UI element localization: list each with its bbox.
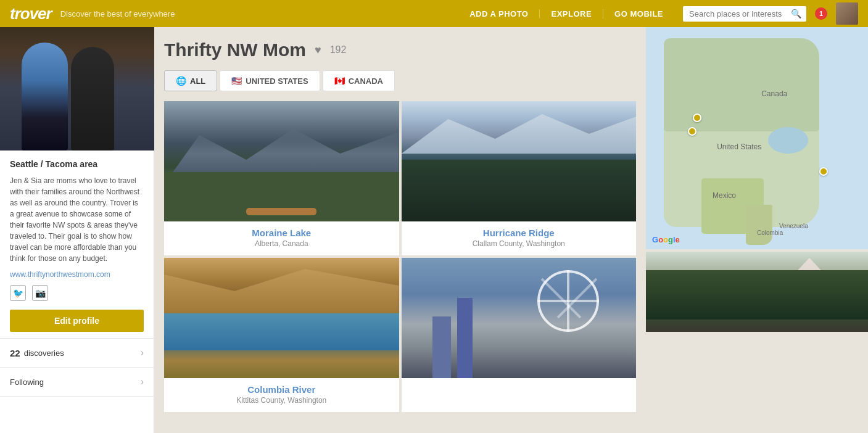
logo[interactable]: trover <box>10 4 52 23</box>
photo-subtitle-columbia-river: Kittitas County, Washington <box>172 396 392 405</box>
photo-info-moraine-lake: Moraine Lake Alberta, Canada <box>164 221 399 255</box>
photo-title-columbia-river: Columbia River <box>172 384 392 395</box>
photo-info-ferris-wheel <box>402 378 637 393</box>
search-input[interactable] <box>683 6 806 22</box>
tab-canada-flag: 🇨🇦 <box>334 76 345 86</box>
map-pin-1 <box>693 113 701 122</box>
map-bg <box>646 27 868 249</box>
photo-title-hurricane-ridge: Hurricane Ridge <box>409 228 629 238</box>
photo-img-hurricane-ridge <box>402 101 637 221</box>
header-tagline: Discover the best of everywhere <box>60 9 450 19</box>
nav-explore[interactable]: EXPLORE <box>539 9 603 19</box>
tab-all-flag: 🌐 <box>176 76 186 86</box>
discoveries-label: discoveries <box>24 348 64 358</box>
photo-info-columbia-river: Columbia River Kittitas County, Washingt… <box>164 378 399 412</box>
instagram-icon[interactable]: 📷 <box>32 285 48 301</box>
tabs: 🌐 ALL 🇺🇸 UNITED STATES 🇨🇦 CANADA <box>164 70 636 91</box>
discoveries-count: 22 <box>10 348 20 358</box>
header-search-wrap: 🔍 <box>683 6 806 22</box>
photo-card-columbia-river[interactable]: Columbia River Kittitas County, Washingt… <box>164 258 399 412</box>
profile-header: Thrifty NW Mom ♥ 192 <box>164 39 636 60</box>
twitter-icon[interactable]: 🐦 <box>10 285 26 301</box>
photo-card-moraine-lake[interactable]: Moraine Lake Alberta, Canada <box>164 101 399 255</box>
photo-img-moraine-lake <box>164 101 399 221</box>
thumbnail-bottom[interactable] <box>646 252 868 332</box>
notification-badge[interactable]: 1 <box>815 7 827 20</box>
header-avatar[interactable] <box>836 2 858 25</box>
edit-profile-button[interactable]: Edit profile <box>10 310 144 332</box>
google-logo: Google <box>652 235 680 244</box>
content: Thrifty NW Mom ♥ 192 🌐 ALL 🇺🇸 UNITED STA… <box>154 27 646 433</box>
discoveries-arrow: › <box>141 347 144 358</box>
photo-card-hurricane-ridge[interactable]: Hurricane Ridge Clallam County, Washingt… <box>402 101 637 255</box>
sidebar-stats: 22 discoveries › Following › <box>0 338 154 397</box>
sidebar-website[interactable]: www.thriftynorthwestmom.com <box>10 270 144 279</box>
main-layout: Seattle / Tacoma area Jen & Sia are moms… <box>0 27 868 433</box>
search-icon: 🔍 <box>791 9 801 19</box>
photo-grid: Moraine Lake Alberta, Canada Hurricane R… <box>164 101 636 412</box>
profile-name: Thrifty NW Mom <box>164 39 306 60</box>
header-nav: ADD A PHOTO EXPLORE GO MOBILE <box>458 9 674 19</box>
following-arrow: › <box>141 376 144 387</box>
map-pin-3 <box>819 167 828 176</box>
map-container[interactable]: Canada United States Mexico Venezuela Co… <box>646 27 868 249</box>
sidebar-bio: Jen & Sia are moms who love to travel wi… <box>10 175 144 264</box>
tab-us-label: UNITED STATES <box>246 76 308 86</box>
sidebar: Seattle / Tacoma area Jen & Sia are moms… <box>0 27 154 433</box>
right-panel: Canada United States Mexico Venezuela Co… <box>646 27 868 433</box>
profile-photo <box>0 27 154 151</box>
photo-card-ferris-wheel[interactable] <box>402 258 637 412</box>
sidebar-social: 🐦 📷 <box>10 285 144 301</box>
following-stat[interactable]: Following › <box>0 368 154 397</box>
following-label: Following <box>10 377 44 387</box>
photo-subtitle-hurricane-ridge: Clallam County, Washington <box>409 239 629 248</box>
tab-united-states[interactable]: 🇺🇸 UNITED STATES <box>220 70 320 91</box>
photo-subtitle-moraine-lake: Alberta, Canada <box>172 239 392 248</box>
header: trover Discover the best of everywhere A… <box>0 0 868 27</box>
discoveries-stat[interactable]: 22 discoveries › <box>0 339 154 368</box>
sidebar-location: Seattle / Tacoma area <box>10 159 144 169</box>
tab-canada-label: CANADA <box>349 76 383 86</box>
tab-us-flag: 🇺🇸 <box>231 76 242 86</box>
nav-go-mobile[interactable]: GO MOBILE <box>603 9 674 19</box>
photo-img-ferris-wheel <box>402 258 637 378</box>
sidebar-info: Seattle / Tacoma area Jen & Sia are moms… <box>0 151 154 338</box>
photo-img-columbia-river <box>164 258 399 378</box>
tab-all-label: ALL <box>190 76 205 86</box>
heart-icon: ♥ <box>315 44 321 57</box>
photo-info-hurricane-ridge: Hurricane Ridge Clallam County, Washingt… <box>402 221 637 255</box>
photo-title-moraine-lake: Moraine Lake <box>172 228 392 238</box>
heart-count: 192 <box>330 44 347 56</box>
nav-add-photo[interactable]: ADD A PHOTO <box>458 9 539 19</box>
tab-canada[interactable]: 🇨🇦 CANADA <box>323 70 395 91</box>
tab-all[interactable]: 🌐 ALL <box>164 70 217 91</box>
